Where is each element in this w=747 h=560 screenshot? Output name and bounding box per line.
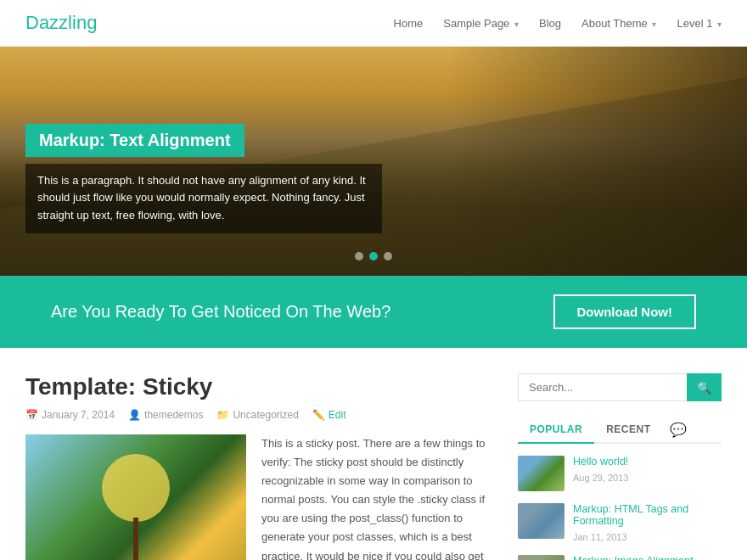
post-edit[interactable]: ✏️ Edit [312,409,346,421]
sidebar-thumbnail-image-3 [518,555,564,560]
sidebar-post-2: Markup: HTML Tags and Formatting Jan 11,… [518,503,722,543]
nav-link-blog[interactable]: Blog [539,17,561,30]
sidebar-post-date-1: Aug 29, 2013 [573,473,628,483]
post-thumbnail [25,434,246,560]
post-article: Template: Sticky 📅 January 7, 2014 👤 the… [25,373,492,560]
post-body: This is a sticky post. There are a few t… [25,434,492,560]
sidebar-thumb-2 [518,503,564,539]
sidebar-post-title-2[interactable]: Markup: HTML Tags and Formatting [573,503,722,527]
tab-popular[interactable]: POPULAR [518,417,594,444]
sidebar-post-date-2: Jan 11, 2013 [573,532,627,542]
search-bar: 🔍 [518,373,722,401]
search-button[interactable]: 🔍 [687,373,722,401]
chevron-down-icon: ▾ [514,20,519,29]
chevron-down-icon: ▾ [652,20,656,29]
hero-caption: Markup: Text Alignment This is a paragra… [25,124,382,233]
tab-recent[interactable]: RECENT [594,417,662,442]
sidebar-post-info-2: Markup: HTML Tags and Formatting Jan 11,… [573,503,722,543]
post-meta: 📅 January 7, 2014 👤 themedemos 📁 Uncateg… [25,409,492,421]
search-icon: 🔍 [697,381,711,395]
edit-link[interactable]: Edit [329,409,346,421]
download-now-button[interactable]: Download Now! [553,294,697,329]
post-title: Template: Sticky [25,373,492,400]
post-author: 👤 themedemos [128,409,203,421]
main-content: Template: Sticky 📅 January 7, 2014 👤 the… [0,348,747,560]
calendar-icon: 📅 [25,409,38,421]
nav-menu: Home Sample Page ▾ Blog About Theme ▾ Le… [394,16,722,30]
post-date: 📅 January 7, 2014 [25,409,115,421]
nav-link-level1[interactable]: Level 1 ▾ [677,17,722,30]
sidebar-post-title-3[interactable]: Markup: Image Alignment [573,555,722,560]
sidebar-post-info-1: Hello world! Aug 29, 2013 [573,456,722,484]
sidebar-tabs: POPULAR RECENT 💬 [518,417,722,444]
search-input[interactable] [518,373,687,401]
slide-text: This is a paragraph. It should not have … [25,164,382,233]
cta-text: Are You Ready To Get Noticed On The Web? [51,302,390,322]
post-excerpt: This is a sticky post. There are a few t… [261,434,492,560]
sidebar: 🔍 POPULAR RECENT 💬 Hello world! Aug 29, … [518,373,722,560]
site-header: Dazzling Home Sample Page ▾ Blog About T… [0,0,747,47]
slider-dots [355,252,392,260]
nav-link-about[interactable]: About Theme ▾ [581,17,656,30]
main-nav: Home Sample Page ▾ Blog About Theme ▾ Le… [394,16,722,30]
nav-item-about[interactable]: About Theme ▾ [581,16,656,30]
post-thumbnail-image [25,434,246,560]
edit-icon: ✏️ [312,409,325,421]
sidebar-post-1: Hello world! Aug 29, 2013 [518,456,722,491]
user-icon: 👤 [128,409,141,421]
content-area: Template: Sticky 📅 January 7, 2014 👤 the… [25,373,492,560]
hero-overlay [448,47,747,276]
folder-icon: 📁 [216,409,229,421]
comment-icon[interactable]: 💬 [670,422,687,438]
nav-link-home[interactable]: Home [394,17,424,30]
chevron-down-icon: ▾ [717,20,722,29]
sidebar-thumbnail-image-1 [518,456,564,491]
cta-banner: Are You Ready To Get Noticed On The Web?… [0,276,747,348]
sidebar-posts-list: Hello world! Aug 29, 2013 Markup: HTML T… [518,456,722,560]
post-category: 📁 Uncategorized [216,409,298,421]
nav-item-sample[interactable]: Sample Page ▾ [443,16,519,30]
nav-item-level1[interactable]: Level 1 ▾ [677,16,722,30]
dot-1[interactable] [355,252,363,260]
sidebar-thumb-3 [518,555,564,560]
sidebar-post-3: Markup: Image Alignment Jan 10, 2013 [518,555,722,560]
slide-title: Markup: Text Alignment [25,124,244,157]
nav-item-home[interactable]: Home [394,16,424,30]
nav-item-blog[interactable]: Blog [539,16,561,30]
sidebar-post-title-1[interactable]: Hello world! [573,456,722,468]
site-logo[interactable]: Dazzling [25,12,97,34]
nav-link-sample[interactable]: Sample Page ▾ [443,17,519,30]
hero-slider: Markup: Text Alignment This is a paragra… [0,47,747,276]
sidebar-thumb-1 [518,456,564,491]
sidebar-post-info-3: Markup: Image Alignment Jan 10, 2013 [573,555,722,560]
sidebar-thumbnail-image-2 [518,503,564,539]
dot-3[interactable] [384,252,392,260]
dot-2[interactable] [369,252,378,260]
